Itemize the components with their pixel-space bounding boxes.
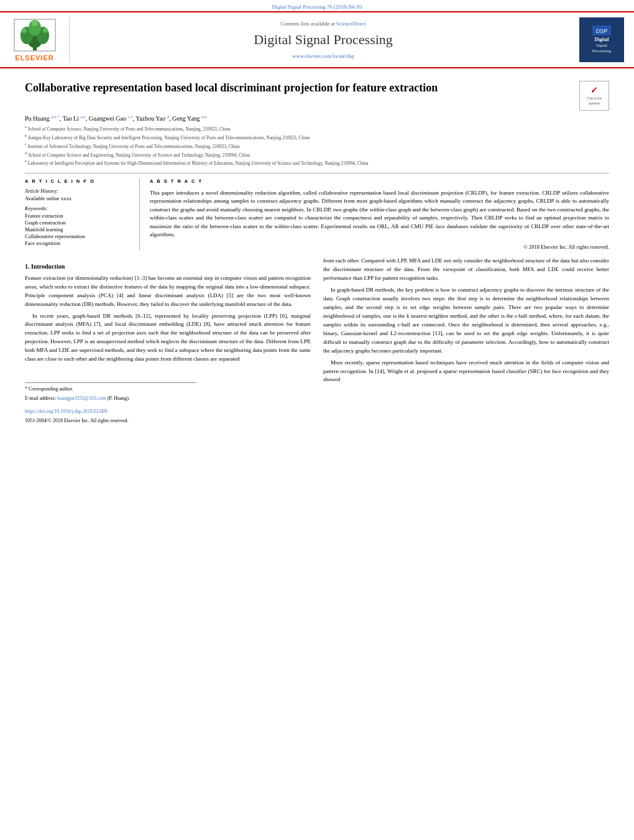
info-abstract-section: A R T I C L E I N F O Article History: A… (25, 173, 609, 251)
email-link[interactable]: huangpn3355@163.com (57, 395, 106, 401)
journal-header: ELSEVIER Contents lists available at Sci… (0, 11, 634, 68)
elsevier-logo: ELSEVIER (7, 17, 70, 62)
check-label1: Check for (587, 96, 602, 101)
journal-center: Contents lists available at ScienceDirec… (77, 17, 569, 62)
dsp-label3: Processing (592, 48, 611, 54)
journal-url[interactable]: www.elsevier.com/locate/dsp (77, 53, 569, 59)
abstract-section: A B S T R A C T This paper introduces a … (150, 178, 609, 251)
journal-title: Digital Signal Processing (77, 32, 569, 48)
section-1-title: 1. Introduction (25, 262, 311, 272)
contents-text: Contents lists available at (281, 21, 335, 27)
left-para-2: In recent years, graph-based DR methods … (25, 312, 311, 364)
body-columns: 1. Introduction Feature extraction (or d… (25, 257, 609, 425)
keyword-2: Graph construction (25, 219, 132, 226)
footnote-divider (25, 382, 196, 383)
svg-text:DSP: DSP (596, 28, 608, 34)
corresponding-author-note: * Corresponding author. (25, 385, 311, 393)
abstract-heading: A B S T R A C T (150, 178, 609, 185)
keyword-4: Collaborative representation (25, 233, 132, 239)
body-text-right: from each other. Compared with LPP, MFA … (323, 257, 609, 384)
dsp-icon: DSP (592, 25, 611, 35)
affiliation-e: e Laboratory of Intelligent Perception a… (25, 159, 609, 167)
check-for-updates-badge: ✓ Check for updates (579, 81, 609, 111)
dsp-badge: DSP Digital Signal Processing (579, 17, 624, 62)
citation-text: Digital Signal Processing 76 (2018) 84–9… (272, 4, 362, 10)
keyword-3: Manifold learning (25, 226, 132, 233)
affiliation-d: d School of Computer Science and Enginee… (25, 150, 609, 159)
keyword-1: Feature extraction (25, 213, 132, 219)
abstract-text: This paper introduces a novel dimensiona… (150, 189, 609, 239)
footnote-area: * Corresponding author. E-mail address: … (25, 382, 311, 425)
doi-line: https://doi.org/10.1016/j.dsp.2018.02.00… (25, 407, 311, 416)
available-online: Available online xxxx (25, 195, 132, 201)
article-title-section: Collaborative representation based local… (25, 81, 609, 111)
authors-line: Pu Huang a,b,*, Tao Li a,b, Guangwei Gao… (25, 114, 609, 122)
affiliation-b: b Jiangsu Key Laboratory of Big Data Sec… (25, 133, 609, 141)
right-para-3: More recently, sparse representation bas… (323, 359, 609, 385)
doi-link[interactable]: https://doi.org/10.1016/j.dsp.2018.02.00… (25, 408, 108, 414)
affiliations: a School of Computer Science, Nanjing Un… (25, 124, 609, 167)
email-note: E-mail address: huangpn3355@163.com (P. … (25, 395, 311, 402)
elsevier-tree-icon (13, 18, 57, 52)
svg-point-5 (22, 28, 27, 33)
dsp-label1: Digital (594, 37, 609, 43)
keywords-label: Keywords: (25, 205, 132, 211)
page: Digital Signal Processing 76 (2018) 84–9… (0, 0, 634, 840)
article-info-heading: A R T I C L E I N F O (25, 178, 132, 184)
contents-line: Contents lists available at ScienceDirec… (77, 21, 569, 27)
journal-logo-right: DSP Digital Signal Processing (577, 17, 627, 62)
article-history-label: Article History: (25, 188, 132, 194)
body-col-left: 1. Introduction Feature extraction (or d… (25, 257, 311, 425)
right-para-1: from each other. Compared with LPP, MFA … (323, 257, 609, 283)
affiliation-a: a School of Computer Science, Nanjing Un… (25, 124, 609, 132)
citation-bar: Digital Signal Processing 76 (2018) 84–9… (0, 0, 634, 11)
dsp-label2: Signal (596, 43, 607, 48)
issn-line: 1051-2004/© 2018 Elsevier Inc. All right… (25, 417, 311, 425)
right-para-2: In graph-based DR methods, the key probl… (323, 286, 609, 356)
check-label2: updates (589, 101, 600, 106)
keyword-5: Face recognition (25, 240, 132, 246)
affiliation-c: c Institute of Advanced Technology, Nanj… (25, 142, 609, 150)
svg-point-7 (32, 20, 38, 26)
article-info: A R T I C L E I N F O Article History: A… (25, 178, 140, 251)
sciencedirect-link[interactable]: ScienceDirect (336, 21, 366, 27)
body-text-left: Feature extraction (or dimensionality re… (25, 274, 311, 364)
svg-point-6 (43, 28, 48, 33)
check-icon: ✓ (590, 85, 598, 96)
body-col-right: from each other. Compared with LPP, MFA … (323, 257, 609, 425)
elsevier-label: ELSEVIER (15, 54, 53, 62)
article-body: Collaborative representation based local… (0, 68, 634, 431)
article-title: Collaborative representation based local… (25, 81, 569, 95)
copyright-line: © 2018 Elsevier Inc. All rights reserved… (150, 243, 609, 251)
left-para-1: Feature extraction (or dimensionality re… (25, 274, 311, 309)
